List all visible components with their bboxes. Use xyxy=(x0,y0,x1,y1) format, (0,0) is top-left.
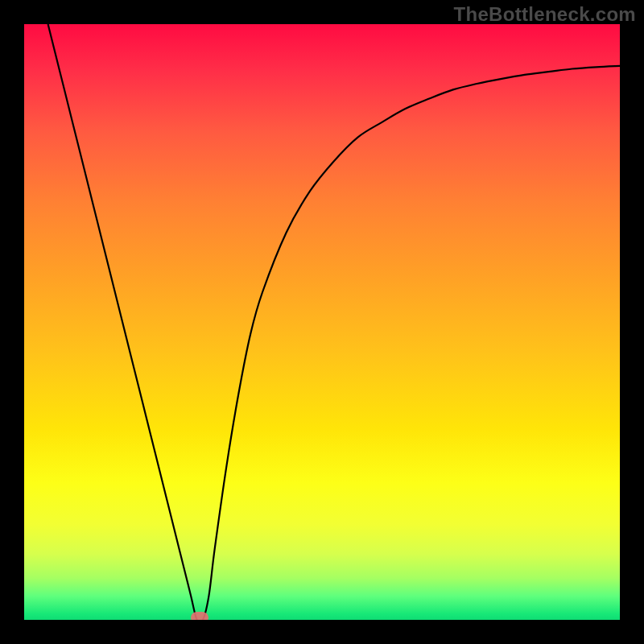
watermark-text: TheBottleneck.com xyxy=(454,3,636,26)
plot-area xyxy=(24,24,620,620)
chart-frame: TheBottleneck.com xyxy=(0,0,644,644)
bottleneck-curve xyxy=(24,24,620,620)
optimum-marker xyxy=(191,612,208,620)
